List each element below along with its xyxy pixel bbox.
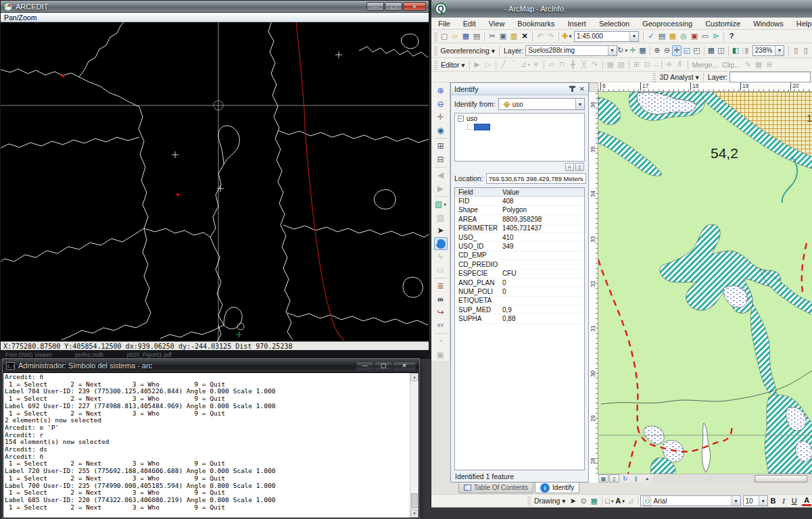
map-canvas[interactable]: 54,2 1 [598, 92, 812, 474]
viewer-full-extent-icon[interactable]: ◱ [682, 45, 692, 56]
map-scale-combo[interactable]: 1:45.000 ▼ [574, 31, 639, 42]
menu-item[interactable]: View [489, 20, 505, 28]
maximize-icon[interactable]: ▢ [375, 362, 392, 370]
menu-item[interactable]: Windows [753, 20, 784, 28]
underline-button[interactable]: U [789, 497, 800, 505]
chevron-down-icon[interactable]: ▼ [629, 32, 638, 41]
layout-view-icon[interactable]: ▯ [609, 474, 619, 483]
create-features-icon[interactable]: ⊞ [631, 59, 642, 70]
tree-selected-node[interactable] [474, 124, 490, 130]
open-folder-icon[interactable]: ▱ [450, 31, 460, 42]
chevron-down-icon[interactable]: ▼ [759, 496, 767, 505]
page-setup-icon[interactable]: ▯ [801, 45, 811, 56]
table-row[interactable]: CD_PREDIO [455, 260, 584, 269]
topology-edit-icon[interactable]: →∣ [653, 59, 664, 70]
table-row[interactable]: ESPECIE CFU [455, 270, 584, 278]
tab-table-of-contents[interactable]: Table Of Contents [458, 483, 533, 493]
menu-item[interactable]: Geoprocessing [642, 20, 692, 28]
save-edits-icon[interactable]: ▦ [753, 59, 764, 70]
taskbar-item[interactable]: Free DWG Viewer [5, 351, 52, 358]
measure-icon[interactable]: ≣ [434, 280, 448, 293]
viewer-zoom-combo[interactable]: 238% ▼ [753, 45, 784, 56]
menu-item[interactable]: Bookmarks [517, 20, 554, 28]
bold-button[interactable]: B [768, 497, 779, 505]
identify-header[interactable]: Identify ✕ [451, 83, 588, 95]
chevron-down-icon[interactable]: ▼ [732, 496, 740, 505]
table-row[interactable]: ANO_PLAN 0 [455, 278, 584, 287]
rotate-icon[interactable]: ↻▾ [617, 45, 628, 56]
catalog-icon[interactable]: ▦ [667, 31, 678, 42]
table-row[interactable]: NUM_POLI 0 [455, 287, 584, 296]
edit-annotation-icon[interactable]: ▷ [483, 59, 494, 70]
console-scrollbar[interactable]: ▲ ▼ [410, 373, 419, 518]
edit-vertices-icon[interactable]: ▱ [546, 59, 557, 70]
pause-drawing-icon[interactable]: ∥ [631, 474, 641, 483]
page-icon[interactable]: ▯ [791, 45, 801, 56]
editor-toolbar-icon[interactable]: ✓ [646, 31, 656, 42]
table-row[interactable]: Shape Polygon [455, 206, 584, 215]
menu-item[interactable]: Customize [705, 20, 740, 28]
swipe-layer-icon[interactable]: ◫ [716, 45, 726, 56]
scroll-left-icon[interactable]: ◂ [642, 474, 652, 483]
table-row[interactable]: CD_EMP [455, 251, 584, 260]
identify-results-tree[interactable]: − uso [454, 113, 585, 162]
viewer-zoom-to-layer-icon[interactable]: ◰ [692, 45, 702, 56]
viewer-zoom-out-icon[interactable]: ⊖ [662, 45, 672, 56]
close-icon[interactable]: ✕ [403, 2, 426, 11]
find-route-icon[interactable]: ↪ [434, 306, 448, 319]
analyst-menu[interactable]: 3D Analyst ▾ [657, 73, 700, 81]
table-of-contents-icon[interactable]: ▤ [656, 31, 667, 42]
forward-extent-icon[interactable]: ▶ [434, 182, 448, 195]
data-view-icon[interactable]: ▦ [598, 474, 608, 483]
validate-topology-icon[interactable]: ⊼ [675, 59, 686, 70]
viewer-zoom-in-icon[interactable]: ⊕ [652, 45, 663, 56]
refresh-icon[interactable]: ↻ [620, 474, 630, 483]
scroll-down-icon[interactable]: ▼ [410, 510, 419, 518]
pan-icon[interactable]: ✛ [434, 111, 448, 124]
taskbar-item[interactable]: p020_Figur01.pdf [126, 351, 172, 358]
rotate-element-icon[interactable]: ⊙ [578, 495, 589, 506]
model-builder-icon[interactable]: ⊳ [711, 31, 721, 42]
table-row[interactable]: ETIQUETA [455, 297, 584, 305]
go-to-xy-icon[interactable]: XY [434, 319, 448, 332]
fixed-zoom-out-icon[interactable]: ⊟ [434, 153, 448, 166]
search-window-icon[interactable]: ◎ [678, 31, 689, 42]
text-tool-icon[interactable]: A▾ [615, 495, 625, 506]
zoom-to-selected-icon[interactable]: ▦ [589, 495, 600, 506]
horizontal-scrollbar[interactable] [652, 475, 812, 483]
table-row[interactable]: USO_ID 349 [455, 242, 584, 251]
table-row[interactable]: FID 408 [455, 197, 584, 205]
table-row[interactable]: USO_ 410 [455, 233, 584, 242]
image-brightness-icon[interactable]: ◨ [740, 45, 750, 56]
merge-button[interactable]: Merge... [690, 61, 721, 69]
add-data-icon[interactable]: ✚▾ [561, 31, 572, 42]
chevron-down-icon[interactable]: ▼ [575, 99, 584, 109]
scroll-thumb[interactable] [755, 475, 807, 483]
reshape-icon[interactable]: ⊓ [557, 59, 568, 70]
full-extent-icon[interactable]: ◉ [434, 124, 448, 137]
table-row[interactable]: SUP_MED 0,9 [455, 305, 584, 314]
redo-icon[interactable]: ↷ [546, 31, 556, 42]
pin-icon[interactable] [571, 86, 573, 92]
tree-root-node[interactable]: − uso [458, 115, 581, 122]
attributes-icon[interactable]: ▦ [605, 59, 616, 70]
select-features-icon[interactable]: ▧▾ [434, 198, 448, 211]
edit-tool-icon[interactable]: ▶ [472, 59, 483, 70]
hyperlink-icon[interactable]: ϟ [434, 251, 448, 264]
edit-vertices-icon[interactable]: ⊿ [625, 495, 636, 506]
new-document-icon[interactable]: ▢ [439, 31, 450, 42]
menu-item[interactable]: Selection [599, 20, 629, 28]
menu-item[interactable]: Edit [463, 20, 476, 28]
add-control-points-icon[interactable]: ✛ [628, 45, 638, 56]
chevron-down-icon[interactable]: ▼ [775, 46, 784, 55]
tile-windows-icon[interactable]: ▦ [707, 45, 717, 56]
shape-tool-icon[interactable]: □▾ [604, 495, 615, 506]
tab-identify[interactable]: i Identify [535, 483, 579, 493]
menu-item[interactable]: File [438, 20, 450, 28]
font-size-combo[interactable]: 10 ▼ [743, 495, 768, 506]
georeferencing-menu[interactable]: Georeferencing ▾ [439, 47, 498, 55]
adjust-icon[interactable]: ⊞ [764, 59, 775, 70]
point-icon[interactable]: ✳ [531, 59, 542, 70]
clear-selection-icon[interactable]: ▨ [434, 211, 448, 224]
viewer-window-icon[interactable]: ▣ [434, 348, 448, 361]
